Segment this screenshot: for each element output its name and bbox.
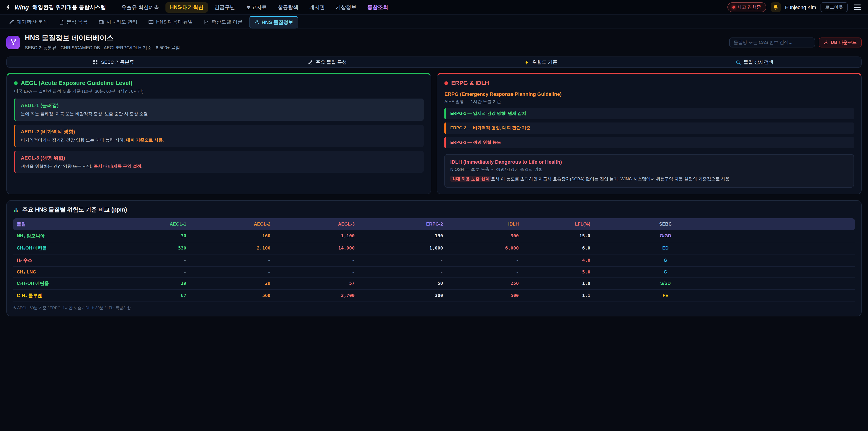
theory-icon bbox=[204, 19, 209, 25]
section-nav-item[interactable]: 주요 물질 특성 bbox=[220, 57, 434, 67]
nav-item[interactable]: 유출유 확산예측 bbox=[117, 2, 164, 12]
download-icon bbox=[824, 40, 829, 45]
flask-icon bbox=[254, 20, 259, 25]
hns-comparison-table: 물질AEGL-1AEGL-2AEGL-3ERPG-2IDLHLFL(%)SEBC… bbox=[13, 218, 855, 302]
tab-label: 대기확산 분석 bbox=[17, 19, 48, 25]
red-dot-icon bbox=[444, 81, 448, 85]
aegl-level-emphasis: 즉시 대피/제독 구역 설정. bbox=[94, 163, 143, 168]
incident-dot-icon bbox=[732, 6, 735, 8]
top-navbar: Wing 해양환경 위기대응 통합시스템 유출유 확산예측HNS·대기확산긴급구… bbox=[0, 0, 868, 15]
grid-icon bbox=[93, 59, 98, 65]
brand-name: Wing bbox=[14, 4, 29, 11]
substance-cell: H₂ 수소 bbox=[13, 254, 123, 266]
table-header-row: 물질AEGL-1AEGL-2AEGL-3ERPG-2IDLHLFL(%)SEBC bbox=[13, 218, 855, 230]
aegl-panel-title: AEGL (Acute Exposure Guideline Level) bbox=[14, 80, 424, 86]
brand[interactable]: Wing 해양환경 위기대응 통합시스템 bbox=[5, 3, 106, 11]
film-icon bbox=[98, 19, 104, 25]
value-cell: 67 bbox=[123, 289, 190, 302]
value-cell: 1,100 bbox=[274, 230, 358, 242]
incident-status-badge[interactable]: 사고 진행중 bbox=[727, 2, 766, 12]
nav-item[interactable]: 보고자료 bbox=[241, 2, 271, 12]
tab-item[interactable]: HNS 대응매뉴얼 bbox=[144, 16, 197, 28]
value-cell: 3,700 bbox=[274, 289, 358, 302]
tab-item[interactable]: 분석 목록 bbox=[54, 16, 92, 28]
comparison-table-panel: 주요 HNS 물질별 위험도 기준 비교 (ppm) 물질AEGL-1AEGL-… bbox=[6, 200, 862, 316]
table-title: 주요 HNS 물질별 위험도 기준 비교 (ppm) bbox=[13, 206, 855, 214]
erpg-heading: ERPG (Emergency Response Planning Guidel… bbox=[444, 91, 854, 97]
nav-item[interactable]: 기상정보 bbox=[331, 2, 361, 12]
value-cell: 300 bbox=[358, 289, 447, 302]
aegl-level-item: AEGL-1 (불쾌감)눈에 띄는 불쾌감, 자극 또는 비감각적 증상. 노출… bbox=[14, 98, 424, 121]
table-col-header: AEGL-3 bbox=[274, 218, 358, 230]
table-row: CH₃OH 메탄올5302,10014,0001,0006,0006.0ED bbox=[13, 242, 855, 254]
value-cell: - bbox=[190, 254, 274, 266]
spacer-cell bbox=[737, 242, 855, 254]
table-col-header: AEGL-2 bbox=[190, 218, 274, 230]
aegl-panel-subtitle: 미국 EPA — 일반인 급성 노출 기준 (10분, 30분, 60분, 4시… bbox=[14, 89, 424, 94]
db-download-button[interactable]: DB 다운로드 bbox=[819, 37, 862, 47]
aegl-level-name: AEGL-2 (비가역적 영향) bbox=[21, 128, 418, 135]
search-icon bbox=[736, 59, 741, 65]
value-cell: - bbox=[274, 266, 358, 277]
nav-item[interactable]: 긴급구난 bbox=[210, 2, 240, 12]
value-cell: - bbox=[190, 266, 274, 277]
sub-tabbar: 대기확산 분석분석 목록시나리오 관리HNS 대응매뉴얼확산모델 이론HNS 물… bbox=[0, 15, 868, 29]
aegl-panel: AEGL (Acute Exposure Guideline Level) 미국… bbox=[6, 73, 431, 194]
substance-cell: C₂H₅OH 에탄올 bbox=[13, 277, 123, 289]
logout-button[interactable]: 로그아웃 bbox=[820, 2, 848, 12]
table-col-header: AEGL-1 bbox=[123, 218, 190, 230]
page-header-left: HNS 물질정보 데이터베이스 SEBC 거동분류 · CHRIS/CAMEO … bbox=[6, 33, 180, 51]
value-cell: - bbox=[447, 266, 522, 277]
document-icon bbox=[59, 19, 64, 25]
erpg-panel-title: ERPG & IDLH bbox=[444, 80, 854, 86]
sebc-cell: G bbox=[594, 254, 737, 266]
nav-item[interactable]: HNS·대기확산 bbox=[165, 2, 208, 12]
nav-item[interactable]: 통합조회 bbox=[363, 2, 393, 12]
value-cell: 300 bbox=[447, 230, 522, 242]
user-name[interactable]: Eunjeong Kim bbox=[785, 4, 816, 10]
aegl-level-name: AEGL-3 (생명 위협) bbox=[21, 154, 418, 161]
value-cell: 2,100 bbox=[190, 242, 274, 254]
value-cell: 5.0 bbox=[522, 266, 594, 277]
bar-chart-icon bbox=[13, 207, 19, 213]
substance-cell: CH₄ LNG bbox=[13, 266, 123, 277]
search-input[interactable] bbox=[729, 37, 815, 47]
system-title: 해양환경 위기대응 통합시스템 bbox=[32, 3, 106, 11]
tab-item[interactable]: 확산모델 이론 bbox=[199, 16, 247, 28]
section-nav-item[interactable]: SEBC 거동분류 bbox=[7, 57, 220, 67]
erpg-levels: ERPG-1 — 일시적 건강 영향, 냄새 감지ERPG-2 — 비가역적 영… bbox=[444, 108, 854, 148]
tab-active[interactable]: HNS 물질정보 bbox=[249, 16, 298, 28]
idlh-title: IDLH (Immediately Dangerous to Life or H… bbox=[450, 159, 848, 164]
tab-item[interactable]: 시나리오 관리 bbox=[94, 16, 142, 28]
tab-label: HNS 대응매뉴얼 bbox=[156, 19, 193, 25]
nav-item[interactable]: 게시판 bbox=[305, 2, 329, 12]
section-nav-label: 물질 상세검색 bbox=[744, 59, 774, 65]
value-cell: - bbox=[358, 266, 447, 277]
tab-label: 시나리오 관리 bbox=[106, 19, 137, 25]
erpg-level-item: ERPG-1 — 일시적 건강 영향, 냄새 감지 bbox=[444, 108, 854, 119]
primary-nav: 유출유 확산예측HNS·대기확산긴급구난보고자료항공탐색게시판기상정보통합조회 bbox=[117, 2, 393, 12]
idlh-description: 최대 허용 노출 한계로서 이 농도를 초과하면 자급식 호흡장치(SCBA) … bbox=[450, 176, 848, 182]
value-cell: 560 bbox=[190, 289, 274, 302]
table-col-header: LFL(%) bbox=[522, 218, 594, 230]
erpg-subheading: AIHA 발행 — 1시간 노출 기준 bbox=[444, 99, 854, 105]
table-col-header: ERPG-2 bbox=[358, 218, 447, 230]
spacer-cell bbox=[737, 266, 855, 277]
table-row: H₂ 수소-----4.0G bbox=[13, 254, 855, 266]
section-nav-item[interactable]: 물질 상세검색 bbox=[648, 57, 861, 67]
section-nav-item[interactable]: 위험도 기준 bbox=[434, 57, 648, 67]
value-cell: 57 bbox=[274, 277, 358, 289]
section-nav-label: 주요 물질 특성 bbox=[316, 59, 347, 65]
tab-item[interactable]: 대기확산 분석 bbox=[4, 16, 53, 28]
nav-item[interactable]: 항공탐색 bbox=[273, 2, 303, 12]
value-cell: 50 bbox=[358, 277, 447, 289]
tab-label: HNS 물질정보 bbox=[261, 19, 293, 26]
hamburger-menu-icon[interactable] bbox=[852, 3, 863, 12]
table-row: NH₃ 암모니아301601,10015030015.0G/GD bbox=[13, 230, 855, 242]
section-nav-label: 위험도 기준 bbox=[532, 59, 557, 65]
tab-label: 확산모델 이론 bbox=[211, 19, 243, 25]
incident-label: 사고 진행중 bbox=[737, 4, 761, 10]
page-subtitle: SEBC 거동분류 · CHRIS/CAMEO DB · AEGL/ERPG/I… bbox=[25, 45, 180, 51]
value-cell: 19 bbox=[123, 277, 190, 289]
notification-bell-icon[interactable] bbox=[771, 2, 780, 12]
